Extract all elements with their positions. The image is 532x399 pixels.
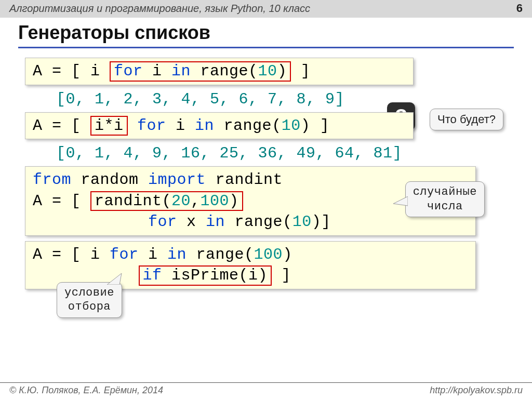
code-box-2: A = [ i*i for i in range(10) ] (25, 112, 414, 140)
copyright: © К.Ю. Поляков, Е.А. Ерёмин, 2014 (9, 385, 163, 396)
slide-header: Алгоритмизация и программирование, язык … (0, 0, 532, 18)
callout-question: Что будет? (430, 109, 503, 130)
highlight-condition: if isPrime(i) (139, 265, 272, 286)
source-url: http://kpolyakov.spb.ru (430, 385, 523, 396)
code-box-4: A = [ i for i in range(100) if isPrime(i… (25, 241, 476, 289)
highlight-for-loop: for i in range(10) (110, 61, 291, 82)
slide-footer: © К.Ю. Поляков, Е.А. Ерёмин, 2014 http:/… (0, 382, 532, 399)
slide-title: Генераторы списков (18, 22, 514, 48)
highlight-expression: i*i (90, 116, 128, 136)
code-box-3: from random import randint A = [ randint… (25, 166, 476, 236)
result-2: [0, 1, 4, 9, 16, 25, 36, 49, 64, 81] (56, 144, 507, 162)
callout-random: случайные числа (405, 181, 485, 217)
highlight-randint: randint(20,100) (90, 191, 243, 211)
code-box-1: A = [ i for i in range(10) ] (25, 58, 414, 85)
page-number: 6 (516, 2, 523, 15)
result-1: [0, 1, 2, 3, 4, 5, 6, 7, 8, 9] (56, 90, 507, 108)
course-label: Алгоритмизация и программирование, язык … (9, 3, 310, 15)
svg-marker-0 (393, 196, 408, 206)
callout-filter: условие отбора (57, 282, 122, 318)
slide-content: A = [ i for i in range(10) ] [0, 1, 2, 3… (0, 50, 532, 289)
svg-marker-1 (107, 273, 122, 285)
